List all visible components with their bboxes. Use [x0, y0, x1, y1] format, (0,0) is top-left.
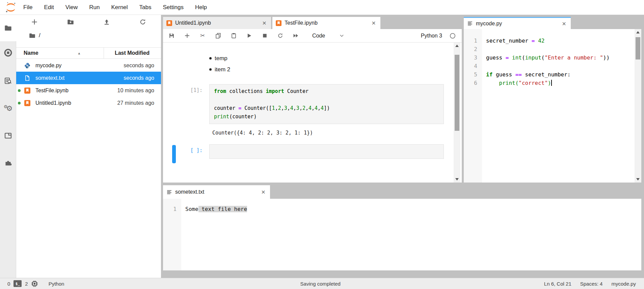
restart-run-all-icon[interactable]	[293, 33, 299, 39]
add-cell-icon[interactable]	[184, 33, 190, 39]
paste-icon[interactable]	[231, 33, 237, 39]
bullet-item: temp	[209, 53, 462, 64]
open-tabs-icon[interactable]	[0, 132, 16, 139]
menu-edit[interactable]: Edit	[38, 0, 59, 15]
scrollbar-thumb[interactable]	[455, 55, 459, 131]
scroll-up-icon[interactable]	[455, 45, 459, 47]
menu-help[interactable]: Help	[189, 0, 213, 15]
stop-icon[interactable]	[262, 33, 268, 38]
menu-bar: File Edit View Run Kernel Tabs Settings …	[0, 0, 644, 15]
new-folder-button[interactable]	[52, 15, 88, 29]
chevron-down-icon[interactable]	[339, 33, 344, 38]
extensions-icon[interactable]	[0, 159, 16, 166]
notebook-file-icon	[276, 20, 281, 26]
tab-label: mycode.py	[476, 21, 561, 27]
menu-run[interactable]: Run	[83, 0, 105, 15]
home-folder-icon[interactable]	[29, 32, 35, 39]
code-cell-editor[interactable]	[209, 144, 444, 159]
notebook-content[interactable]: temp item 2 [1]: from collections import…	[163, 43, 462, 183]
file-browser-icon[interactable]	[0, 24, 16, 32]
cursor-position-status[interactable]: Ln 6, Col 21	[544, 281, 571, 287]
upload-button[interactable]	[89, 15, 125, 29]
notebook-file-icon	[24, 88, 30, 94]
line-number: 2	[464, 45, 482, 53]
active-file-status[interactable]: mycode.py	[611, 281, 636, 287]
close-icon[interactable]: ×	[370, 20, 377, 26]
notebook-scrollbar[interactable]	[454, 43, 460, 183]
breadcrumb[interactable]: /	[16, 29, 161, 42]
tab-mycode-py[interactable]: mycode.py ×	[464, 17, 571, 29]
copy-icon[interactable]	[215, 33, 221, 39]
code-cell-editor[interactable]: from collections import Counter counter …	[209, 84, 444, 124]
tab-label: sometext.txt	[175, 189, 260, 195]
menu-tabs[interactable]: Tabs	[134, 0, 157, 15]
tab-label: TestFile.ipynb	[285, 20, 370, 26]
active-cell-collapser[interactable]	[172, 145, 176, 163]
jupyter-logo-icon	[4, 1, 18, 14]
code-editor[interactable]: 1secret_number = 42 2 3guess = int(input…	[464, 29, 641, 183]
text-lines-icon	[166, 189, 172, 195]
editor-panel: mycode.py × 1secret_number = 42 2 3guess…	[464, 17, 641, 183]
settings-gears-icon[interactable]: ⚙⚙	[0, 103, 16, 112]
line-number: 1	[464, 37, 482, 45]
text-editor[interactable]: 1 Some text file here	[163, 199, 641, 270]
new-launcher-button[interactable]	[16, 15, 52, 29]
menu-view[interactable]: View	[60, 0, 84, 15]
scrollbar-thumb[interactable]	[636, 37, 640, 59]
cut-icon[interactable]: ✂	[199, 33, 206, 39]
line-number: 1	[163, 205, 181, 213]
menu-kernel[interactable]: Kernel	[105, 0, 133, 15]
sort-ascending-icon[interactable]: ▲	[78, 51, 81, 55]
running-kernels-icon[interactable]	[0, 49, 16, 57]
file-row-testfile[interactable]: TestFile.ipynb 10 minutes ago	[16, 84, 161, 97]
file-browser-panel: / Name ▲ Last Modified mycode.py seconds…	[16, 15, 161, 278]
tab-sometext-txt[interactable]: sometext.txt ×	[163, 185, 270, 199]
restart-kernel-icon[interactable]	[277, 33, 283, 39]
close-icon[interactable]: ×	[561, 20, 567, 27]
kernel-name[interactable]: Python 3	[421, 33, 442, 39]
save-icon[interactable]	[168, 33, 175, 39]
file-search-icon[interactable]	[0, 77, 16, 85]
cell-output: Counter({4: 4, 2: 2, 3: 2, 1: 1})	[212, 129, 462, 137]
text-lines-icon	[467, 21, 473, 26]
python-file-icon	[24, 63, 30, 69]
text-line[interactable]: Some text file here	[185, 205, 247, 213]
scroll-down-icon[interactable]	[636, 178, 640, 180]
editor-scrollbar[interactable]	[635, 29, 641, 183]
tab-testfile-ipynb[interactable]: TestFile.ipynb ×	[272, 17, 380, 29]
notebook-file-icon	[166, 20, 172, 26]
scroll-up-icon[interactable]	[636, 31, 640, 33]
tab-untitled1-ipynb[interactable]: Untitled1.ipynb ×	[163, 17, 271, 29]
line-number: 4	[464, 62, 482, 70]
file-list: mycode.py seconds ago sometext.txt secon…	[16, 59, 161, 109]
notebook-panel: Untitled1.ipynb × TestFile.ipynb × ✂	[163, 17, 462, 183]
code-cell: [1]: from collections import Counter cou…	[163, 84, 444, 124]
markdown-cell[interactable]: temp item 2	[209, 53, 462, 75]
editor-tab-bar: mycode.py ×	[464, 17, 571, 29]
scroll-down-icon[interactable]	[455, 178, 459, 180]
file-modified: 10 minutes ago	[117, 88, 161, 94]
indentation-status[interactable]: Spaces: 4	[580, 281, 603, 287]
tab-label: Untitled1.ipynb	[175, 20, 261, 26]
menu-settings[interactable]: Settings	[157, 0, 189, 15]
close-icon[interactable]: ×	[260, 189, 267, 195]
kernel-status-icon[interactable]	[450, 33, 456, 39]
close-icon[interactable]: ×	[261, 20, 268, 26]
text-file-icon	[24, 75, 30, 81]
kernel-language-status[interactable]: Python	[49, 281, 64, 287]
menu-file[interactable]: File	[18, 0, 38, 15]
file-row-sometext-selected[interactable]: sometext.txt seconds ago	[16, 72, 161, 84]
status-bar: 0 $_ 2 Python Saving completed Ln 6, Col…	[0, 278, 644, 289]
file-list-header: Name ▲ Last Modified	[16, 47, 161, 59]
column-name[interactable]: Name	[24, 50, 38, 56]
file-row-untitled1[interactable]: Untitled1.ipynb 27 minutes ago	[16, 97, 161, 109]
run-icon[interactable]	[246, 33, 252, 38]
refresh-button[interactable]	[125, 15, 161, 29]
cell-type-dropdown[interactable]: Code	[312, 33, 325, 39]
line-number: 5	[464, 70, 482, 79]
file-browser-toolbar	[16, 15, 161, 29]
breadcrumb-root[interactable]: /	[39, 32, 41, 39]
column-last-modified[interactable]: Last Modified	[104, 50, 161, 56]
running-sessions-status[interactable]: 0 $_ 2	[7, 280, 38, 287]
file-row-mycode[interactable]: mycode.py seconds ago	[16, 59, 161, 72]
